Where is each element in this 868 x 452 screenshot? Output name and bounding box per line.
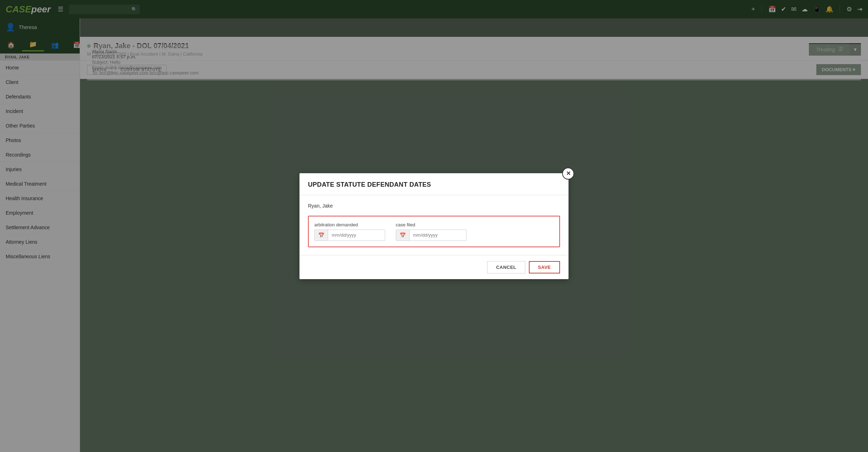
close-icon: ✕ xyxy=(566,170,571,177)
modal-overlay[interactable]: ✕ UPDATE STATUTE DEFENDANT DATES Ryan, J… xyxy=(0,0,868,452)
arbitration-input-wrapper: 📅 xyxy=(314,230,385,241)
modal-footer: CANCEL SAVE xyxy=(299,255,569,279)
arbitration-input[interactable] xyxy=(328,230,378,240)
cancel-button[interactable]: CANCEL xyxy=(487,261,525,273)
modal-body: Ryan, Jake arbitration demanded 📅 case f… xyxy=(299,195,569,255)
case-filed-label: case filed xyxy=(396,222,467,227)
case-filed-calendar-icon: 📅 xyxy=(396,230,410,241)
arbitration-calendar-icon: 📅 xyxy=(315,230,328,241)
arbitration-label: arbitration demanded xyxy=(314,222,385,227)
modal-client-name: Ryan, Jake xyxy=(308,203,560,209)
case-filed-field: case filed 📅 xyxy=(396,222,467,241)
modal-fields-container: arbitration demanded 📅 case filed 📅 xyxy=(308,216,560,247)
arbitration-field: arbitration demanded 📅 xyxy=(314,222,385,241)
case-filed-input-wrapper: 📅 xyxy=(396,230,467,241)
modal-dialog: ✕ UPDATE STATUTE DEFENDANT DATES Ryan, J… xyxy=(299,173,569,279)
case-filed-input[interactable] xyxy=(410,230,459,240)
modal-title: UPDATE STATUTE DEFENDANT DATES xyxy=(308,181,560,188)
modal-header: UPDATE STATUTE DEFENDANT DATES xyxy=(299,173,569,195)
save-button[interactable]: SAVE xyxy=(529,261,560,273)
modal-close-button[interactable]: ✕ xyxy=(562,168,574,180)
